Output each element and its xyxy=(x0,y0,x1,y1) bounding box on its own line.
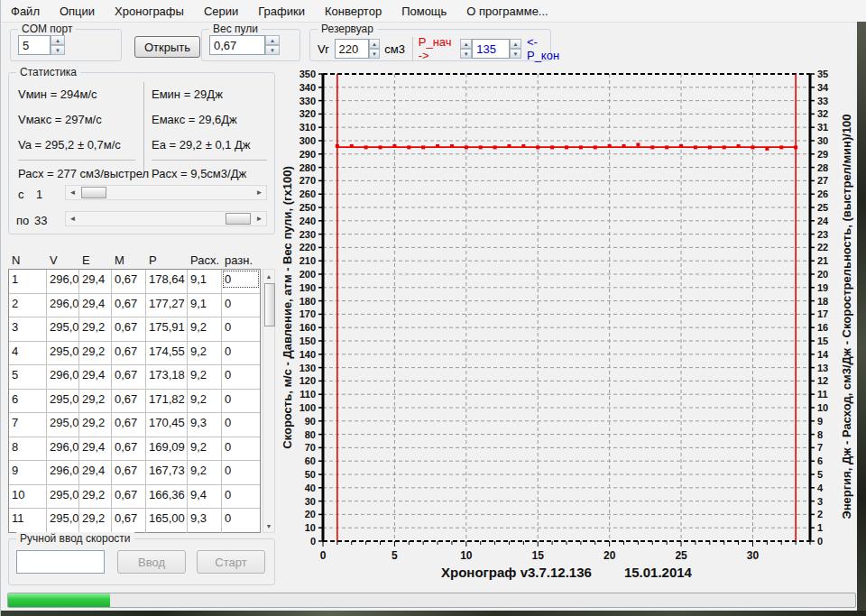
table-cell[interactable]: 11 xyxy=(9,509,47,533)
slider-right-icon[interactable]: ► xyxy=(253,186,266,199)
spin-up-icon[interactable]: ▲ xyxy=(369,39,381,49)
table-cell[interactable]: 0 xyxy=(222,365,260,389)
table-cell[interactable]: 3 xyxy=(9,317,47,341)
table-cell[interactable]: 295,0 xyxy=(47,485,79,509)
table-cell[interactable]: 29,2 xyxy=(79,509,112,533)
table-cell[interactable]: 0 xyxy=(222,437,260,461)
reservoir-volume-input[interactable] xyxy=(335,39,369,59)
table-cell[interactable]: 295,0 xyxy=(47,413,79,437)
spin-up-icon[interactable]: ▲ xyxy=(51,35,65,45)
p-start-spinner[interactable]: ▲▼ xyxy=(460,39,472,59)
spin-down-icon[interactable]: ▼ xyxy=(265,45,280,55)
range-from-slider[interactable]: ◄ ► xyxy=(65,185,267,200)
table-cell[interactable]: 0 xyxy=(222,461,260,484)
table-cell[interactable]: 9,3 xyxy=(188,413,222,437)
table-cell[interactable]: 295,0 xyxy=(47,317,79,341)
table-cell[interactable]: 5 xyxy=(9,365,47,389)
table-cell[interactable]: 4 xyxy=(9,342,47,365)
table-cell[interactable]: 0,67 xyxy=(112,365,146,389)
table-cell[interactable]: 9,3 xyxy=(188,509,222,533)
table-cell[interactable]: 0 xyxy=(222,485,260,509)
scroll-up-icon[interactable]: ▲ xyxy=(263,270,274,282)
table-cell[interactable]: 29,4 xyxy=(79,270,112,293)
table-cell[interactable]: 0 xyxy=(222,270,260,293)
table-cell[interactable]: 2 xyxy=(9,294,47,317)
table-cell[interactable]: 165,00 xyxy=(146,509,188,533)
table-cell[interactable]: 170,45 xyxy=(146,413,188,437)
table-cell[interactable]: 0,67 xyxy=(112,342,146,365)
table-cell[interactable]: 0,67 xyxy=(112,317,146,341)
table-cell[interactable]: 0 xyxy=(222,342,260,365)
table-cell[interactable]: 175,91 xyxy=(146,317,188,341)
table-cell[interactable]: 295,0 xyxy=(47,390,79,413)
table-cell[interactable]: 6 xyxy=(9,390,47,413)
start-button[interactable]: Старт xyxy=(197,550,265,574)
slider-thumb[interactable] xyxy=(226,213,251,225)
menu-item-converter[interactable]: Конвертор xyxy=(315,2,392,21)
menu-item-file[interactable]: Файл xyxy=(1,2,50,21)
com-port-spinner[interactable]: ▲▼ xyxy=(51,35,65,55)
table-cell[interactable]: 0 xyxy=(222,509,260,533)
table-cell[interactable]: 29,2 xyxy=(79,413,112,437)
reservoir-volume-spinner[interactable]: ▲▼ xyxy=(369,39,381,59)
scroll-thumb[interactable] xyxy=(264,283,275,326)
slider-left-icon[interactable]: ◄ xyxy=(66,212,79,225)
p-end-spinner[interactable]: ▲▼ xyxy=(510,39,521,59)
menu-item-series[interactable]: Серии xyxy=(194,2,248,21)
table-cell[interactable]: 0,67 xyxy=(112,413,146,437)
table-cell[interactable]: 29,2 xyxy=(79,485,112,509)
table-cell[interactable]: 9,2 xyxy=(188,317,222,341)
menu-item-charts[interactable]: Графики xyxy=(248,2,315,21)
table-cell[interactable]: 0,67 xyxy=(112,461,146,484)
enter-button[interactable]: Ввод xyxy=(117,550,186,574)
slider-left-icon[interactable]: ◄ xyxy=(66,186,79,199)
table-cell[interactable]: 7 xyxy=(9,413,47,437)
table-cell[interactable]: 174,55 xyxy=(146,342,188,365)
table-cell[interactable]: 9,1 xyxy=(188,270,222,293)
open-port-button[interactable]: Открыть xyxy=(134,36,200,58)
table-cell[interactable]: 0,67 xyxy=(112,390,146,413)
spin-up-icon[interactable]: ▲ xyxy=(265,35,280,45)
table-cell[interactable]: 296,0 xyxy=(47,294,79,317)
p-value-input[interactable] xyxy=(472,39,510,59)
table-cell[interactable]: 0,67 xyxy=(112,294,146,317)
spin-down-icon[interactable]: ▼ xyxy=(369,49,381,59)
table-cell[interactable]: 29,2 xyxy=(79,317,112,341)
table-cell[interactable]: 296,0 xyxy=(47,270,79,293)
table-cell[interactable]: 10 xyxy=(9,485,47,509)
table-cell[interactable]: 29,4 xyxy=(79,365,112,389)
table-cell[interactable]: 0 xyxy=(222,413,260,437)
spin-up-icon[interactable]: ▲ xyxy=(510,39,521,49)
spin-up-icon[interactable]: ▲ xyxy=(460,39,472,49)
table-cell[interactable]: 173,18 xyxy=(146,365,188,389)
spin-down-icon[interactable]: ▼ xyxy=(510,49,521,59)
table-cell[interactable]: 1 xyxy=(9,270,47,293)
table-cell[interactable]: 9,2 xyxy=(188,461,222,484)
menu-item-options[interactable]: Опции xyxy=(50,2,105,21)
slider-thumb[interactable] xyxy=(81,187,106,198)
menu-item-about[interactable]: О программе... xyxy=(456,2,557,21)
table-cell[interactable]: 0 xyxy=(222,294,260,317)
table-cell[interactable]: 296,0 xyxy=(47,365,79,389)
menu-item-chronographs[interactable]: Хронографы xyxy=(105,2,194,21)
range-to-slider[interactable]: ◄ ► xyxy=(65,211,267,226)
table-cell[interactable]: 9,2 xyxy=(188,342,222,365)
table-cell[interactable]: 8 xyxy=(9,437,47,461)
table-cell[interactable]: 169,09 xyxy=(146,437,188,461)
table-cell[interactable]: 29,2 xyxy=(79,342,112,365)
table-cell[interactable]: 171,82 xyxy=(146,390,188,413)
table-cell[interactable]: 167,73 xyxy=(146,461,188,484)
scroll-down-icon[interactable]: ▼ xyxy=(263,519,274,532)
spin-down-icon[interactable]: ▼ xyxy=(51,45,65,55)
bullet-weight-input[interactable] xyxy=(209,35,265,55)
table-cell[interactable]: 0,67 xyxy=(112,437,146,461)
table-cell[interactable]: 296,0 xyxy=(47,437,79,461)
table-cell[interactable]: 9,2 xyxy=(188,390,222,413)
table-cell[interactable]: 178,64 xyxy=(146,270,188,293)
table-cell[interactable]: 9,2 xyxy=(188,437,222,461)
spin-down-icon[interactable]: ▼ xyxy=(460,49,472,59)
table-cell[interactable]: 0,67 xyxy=(112,509,146,533)
table-cell[interactable]: 0,67 xyxy=(112,270,146,293)
table-cell[interactable]: 9 xyxy=(9,461,47,484)
table-cell[interactable]: 296,0 xyxy=(47,461,79,484)
